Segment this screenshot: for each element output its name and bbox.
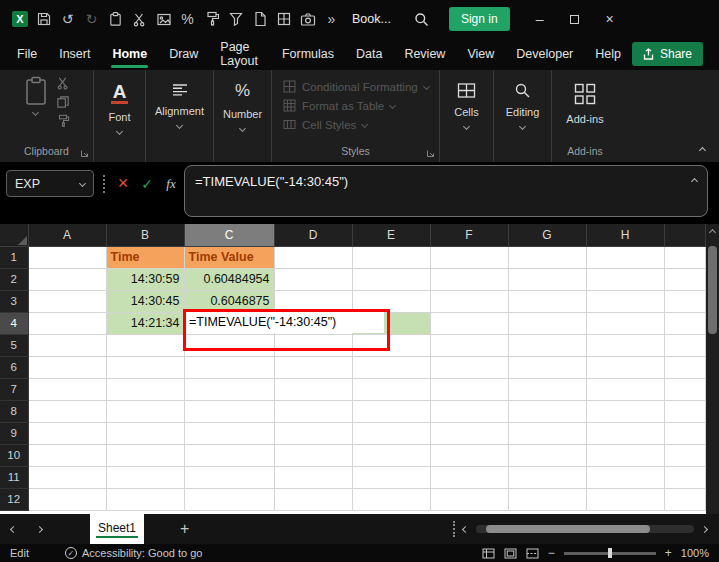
borders-icon[interactable] (272, 6, 295, 32)
format-as-table-button[interactable]: Format as Table (275, 99, 436, 112)
select-all-button[interactable] (0, 224, 28, 246)
cell-F12[interactable] (430, 488, 508, 510)
font-group-collapsed[interactable]: A Font (94, 70, 146, 162)
number-group-collapsed[interactable]: % Number (214, 70, 272, 162)
editing-group-collapsed[interactable]: Editing (494, 70, 552, 162)
cell-C8[interactable] (184, 400, 274, 422)
camera-icon[interactable] (296, 6, 319, 32)
tab-home[interactable]: Home (101, 38, 158, 70)
cell-H11[interactable] (586, 466, 664, 488)
cell-C11[interactable] (184, 466, 274, 488)
cell-F11[interactable] (430, 466, 508, 488)
cell-H6[interactable] (586, 356, 664, 378)
cell-E1[interactable] (352, 246, 430, 268)
paste-button[interactable] (24, 76, 48, 115)
cell-C12[interactable] (184, 488, 274, 510)
horizontal-scrollbar[interactable] (476, 525, 694, 533)
cell-H1[interactable] (586, 246, 664, 268)
cell-F5[interactable] (430, 334, 508, 356)
column-header-C[interactable]: C (184, 224, 274, 246)
scroll-up-icon[interactable] (709, 229, 716, 236)
next-sheet-icon[interactable] (26, 514, 52, 544)
tab-draw[interactable]: Draw (158, 38, 209, 70)
paste-icon[interactable] (104, 6, 127, 32)
tab-insert[interactable]: Insert (48, 38, 101, 70)
zoom-slider-thumb[interactable] (608, 548, 612, 558)
cell-F1[interactable] (430, 246, 508, 268)
cell-A4[interactable] (28, 312, 106, 334)
cell-F2[interactable] (430, 268, 508, 290)
more-commands-icon[interactable]: » (320, 6, 343, 32)
percent-style-icon[interactable]: % (176, 6, 199, 32)
cancel-entry-button[interactable]: × (111, 170, 135, 197)
cell-B9[interactable] (106, 422, 184, 444)
tab-review[interactable]: Review (393, 38, 456, 70)
close-button[interactable]: × (593, 0, 627, 38)
row-header-5[interactable]: 5 (0, 334, 28, 356)
column-header-H[interactable]: H (586, 224, 664, 246)
cell-F4[interactable] (430, 312, 508, 334)
zoom-out-button[interactable]: − (548, 546, 555, 560)
normal-view-icon[interactable] (482, 548, 495, 559)
cell-H8[interactable] (586, 400, 664, 422)
row-header-6[interactable]: 6 (0, 356, 28, 378)
cell-D12[interactable] (274, 488, 352, 510)
cell-D2[interactable] (274, 268, 352, 290)
cell-H2[interactable] (586, 268, 664, 290)
cell-H10[interactable] (586, 444, 664, 466)
cell-B12[interactable] (106, 488, 184, 510)
cell-E12[interactable] (352, 488, 430, 510)
cell-D8[interactable] (274, 400, 352, 422)
cell-G7[interactable] (508, 378, 586, 400)
clipboard-dialog-launcher-icon[interactable] (80, 149, 89, 158)
row-header-8[interactable]: 8 (0, 400, 28, 422)
row-header-7[interactable]: 7 (0, 378, 28, 400)
cell-E9[interactable] (352, 422, 430, 444)
cell-C7[interactable] (184, 378, 274, 400)
column-header-D[interactable]: D (274, 224, 352, 246)
cell-G10[interactable] (508, 444, 586, 466)
column-header-F[interactable]: F (430, 224, 508, 246)
minimize-button[interactable]: – (523, 0, 557, 38)
cell-A1[interactable] (28, 246, 106, 268)
column-header-E[interactable]: E (352, 224, 430, 246)
tab-formulas[interactable]: Formulas (271, 38, 345, 70)
column-header-B[interactable]: B (106, 224, 184, 246)
cell-E11[interactable] (352, 466, 430, 488)
cell-G3[interactable] (508, 290, 586, 312)
maximize-button[interactable] (558, 0, 592, 38)
format-painter-icon[interactable] (200, 6, 223, 32)
conditional-formatting-button[interactable]: Conditional Formatting (275, 80, 436, 93)
zoom-in-button[interactable]: + (665, 546, 672, 560)
cell-G12[interactable] (508, 488, 586, 510)
cell-H7[interactable] (586, 378, 664, 400)
previous-sheet-icon[interactable] (0, 514, 26, 544)
cell-B7[interactable] (106, 378, 184, 400)
row-header-11[interactable]: 11 (0, 466, 28, 488)
cell-styles-button[interactable]: Cell Styles (275, 118, 436, 131)
cell-A11[interactable] (28, 466, 106, 488)
name-box[interactable]: EXP (6, 170, 94, 197)
cell-G5[interactable] (508, 334, 586, 356)
cut-icon[interactable] (56, 76, 70, 90)
horizontal-scrollbar-thumb[interactable] (486, 525, 650, 533)
cell-E7[interactable] (352, 378, 430, 400)
cell-C10[interactable] (184, 444, 274, 466)
cell-C1[interactable]: Time Value (184, 246, 274, 268)
column-header-G[interactable]: G (508, 224, 586, 246)
cell-A3[interactable] (28, 290, 106, 312)
cell-F8[interactable] (430, 400, 508, 422)
cell-A8[interactable] (28, 400, 106, 422)
cell-D7[interactable] (274, 378, 352, 400)
cell-B6[interactable] (106, 356, 184, 378)
tab-view[interactable]: View (456, 38, 505, 70)
cell-A9[interactable] (28, 422, 106, 444)
cell-F9[interactable] (430, 422, 508, 444)
zoom-slider[interactable] (564, 552, 656, 555)
share-button[interactable]: Share (632, 42, 703, 66)
cell-C6[interactable] (184, 356, 274, 378)
cell-B5[interactable] (106, 334, 184, 356)
column-header-A[interactable]: A (28, 224, 106, 246)
sheet-tab-sheet1[interactable]: Sheet1 (90, 514, 144, 544)
cell-B1[interactable]: Time (106, 246, 184, 268)
